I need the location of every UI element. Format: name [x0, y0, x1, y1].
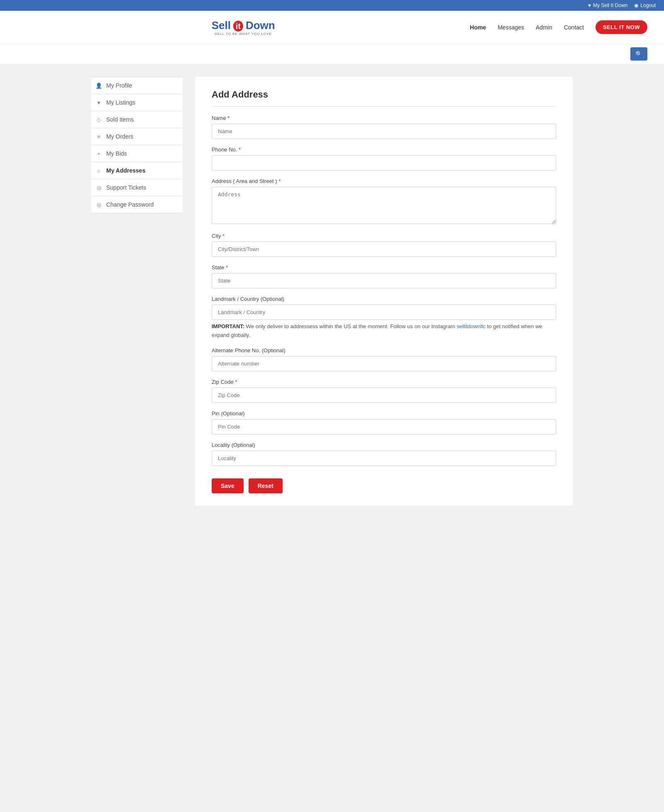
landmark-field-group: Landmark / Country (Optional) IMPORTANT:… — [212, 296, 556, 340]
city-required: * — [222, 233, 225, 239]
important-notice: IMPORTANT: We only deliver to addressess… — [212, 322, 556, 340]
my-sell-it-down-label: My Sell It Down — [593, 2, 627, 8]
phone-field-group: Phone No. * — [212, 146, 556, 171]
alt-phone-field-group: Alternate Phone No. (Optional) — [212, 347, 556, 371]
landmark-input[interactable] — [212, 305, 556, 320]
reset-button[interactable]: Reset — [249, 478, 283, 493]
password-icon: ◎ — [95, 201, 102, 208]
profile-icon: 👤 — [95, 82, 102, 89]
save-button[interactable]: Save — [212, 478, 244, 493]
sell-it-now-button[interactable]: SELL IT NOW — [596, 20, 647, 34]
nav-admin[interactable]: Admin — [536, 24, 552, 31]
locality-label: Locality (Optional) — [212, 442, 556, 448]
logo-sell: Sell — [212, 19, 231, 32]
sidebar-label-my-profile: My Profile — [106, 82, 132, 89]
sidebar-item-sold-items[interactable]: ◇ Sold Items — [91, 111, 183, 128]
main-nav: Home Messages Admin Contact SELL IT NOW — [470, 20, 647, 34]
sidebar-label-support-tickets: Support Tickets — [106, 184, 146, 191]
instagram-link[interactable]: sellitdownllc — [457, 323, 486, 329]
support-icon: ◎ — [95, 184, 102, 191]
logo-text: Sell it Down SELL TO BE WHAT YOU LOVE — [212, 19, 275, 36]
logout-icon: ◉ — [634, 2, 638, 8]
zip-required: * — [235, 379, 237, 385]
name-label: Name * — [212, 115, 556, 121]
zip-input[interactable] — [212, 388, 556, 403]
pin-label: Pin (Optional) — [212, 410, 556, 417]
logout-label: Logout — [640, 2, 656, 8]
state-label: State * — [212, 264, 556, 271]
sidebar-label-sold-items: Sold Items — [106, 116, 134, 123]
name-required: * — [227, 115, 229, 121]
state-field-group: State * — [212, 264, 556, 288]
sidebar-item-my-addresses[interactable]: ⌂ My Addresses — [91, 162, 183, 179]
state-required: * — [226, 264, 228, 271]
top-bar: ♥ My Sell It Down ◉ Logout — [0, 0, 664, 11]
landmark-label: Landmark / Country (Optional) — [212, 296, 556, 302]
state-input[interactable] — [212, 273, 556, 288]
bids-icon: + — [95, 150, 102, 157]
sidebar-label-my-bids: My Bids — [106, 150, 127, 157]
phone-input[interactable] — [212, 155, 556, 171]
sidebar-item-my-listings[interactable]: ♥ My Listings — [91, 94, 183, 111]
logo-down: Down — [246, 19, 275, 32]
logo-tagline: SELL TO BE WHAT YOU LOVE — [212, 32, 275, 36]
nav-home[interactable]: Home — [470, 24, 486, 31]
listings-icon: ♥ — [95, 99, 102, 106]
city-label: City * — [212, 233, 556, 239]
orders-icon: ≡ — [95, 133, 102, 140]
sidebar-item-support-tickets[interactable]: ◎ Support Tickets — [91, 179, 183, 196]
pin-field-group: Pin (Optional) — [212, 410, 556, 434]
sold-icon: ◇ — [95, 116, 102, 123]
locality-field-group: Locality (Optional) — [212, 442, 556, 466]
alt-phone-input[interactable] — [212, 356, 556, 371]
main-content: Add Address Name * Phone No. * Address (… — [195, 77, 573, 506]
nav-contact[interactable]: Contact — [564, 24, 584, 31]
locality-input[interactable] — [212, 451, 556, 466]
main-container: 👤 My Profile ♥ My Listings ◇ Sold Items … — [83, 77, 581, 506]
sidebar-item-change-password[interactable]: ◎ Change Password — [91, 196, 183, 213]
zip-label: Zip Code * — [212, 379, 556, 385]
search-button[interactable]: 🔍 — [630, 47, 647, 61]
sidebar-label-change-password: Change Password — [106, 201, 154, 208]
logo[interactable]: Sell it Down SELL TO BE WHAT YOU LOVE — [212, 19, 275, 36]
alt-phone-label: Alternate Phone No. (Optional) — [212, 347, 556, 354]
sidebar-item-my-profile[interactable]: 👤 My Profile — [91, 77, 183, 94]
name-input[interactable] — [212, 124, 556, 139]
name-field-group: Name * — [212, 115, 556, 139]
important-text: We only deliver to addressess within the… — [246, 323, 457, 329]
header: Sell it Down SELL TO BE WHAT YOU LOVE Ho… — [0, 11, 664, 44]
sidebar-item-my-bids[interactable]: + My Bids — [91, 145, 183, 162]
sidebar-label-my-addresses: My Addresses — [106, 167, 145, 174]
heart-icon: ♥ — [588, 2, 591, 8]
city-input[interactable] — [212, 241, 556, 257]
important-bold: IMPORTANT: — [212, 323, 244, 329]
button-row: Save Reset — [212, 478, 556, 493]
zip-field-group: Zip Code * — [212, 379, 556, 403]
city-field-group: City * — [212, 233, 556, 257]
logo-it: it — [233, 21, 243, 32]
sidebar-label-my-listings: My Listings — [106, 99, 135, 106]
sidebar: 👤 My Profile ♥ My Listings ◇ Sold Items … — [91, 77, 183, 506]
my-sell-it-down-link[interactable]: ♥ My Sell It Down — [588, 2, 627, 8]
phone-label: Phone No. * — [212, 146, 556, 153]
logout-link[interactable]: ◉ Logout — [634, 2, 656, 8]
search-bar-area: 🔍 — [0, 44, 664, 64]
sidebar-label-my-orders: My Orders — [106, 133, 133, 140]
address-field-group: Address ( Area and Street ) * — [212, 178, 556, 225]
search-icon: 🔍 — [635, 51, 642, 57]
pin-input[interactable] — [212, 419, 556, 434]
sidebar-item-my-orders[interactable]: ≡ My Orders — [91, 128, 183, 145]
addresses-icon: ⌂ — [95, 167, 102, 174]
nav-messages[interactable]: Messages — [498, 24, 524, 31]
phone-required: * — [239, 146, 241, 153]
page-title: Add Address — [212, 89, 556, 107]
address-input[interactable] — [212, 187, 556, 224]
address-required: * — [278, 178, 281, 184]
address-label: Address ( Area and Street ) * — [212, 178, 556, 184]
